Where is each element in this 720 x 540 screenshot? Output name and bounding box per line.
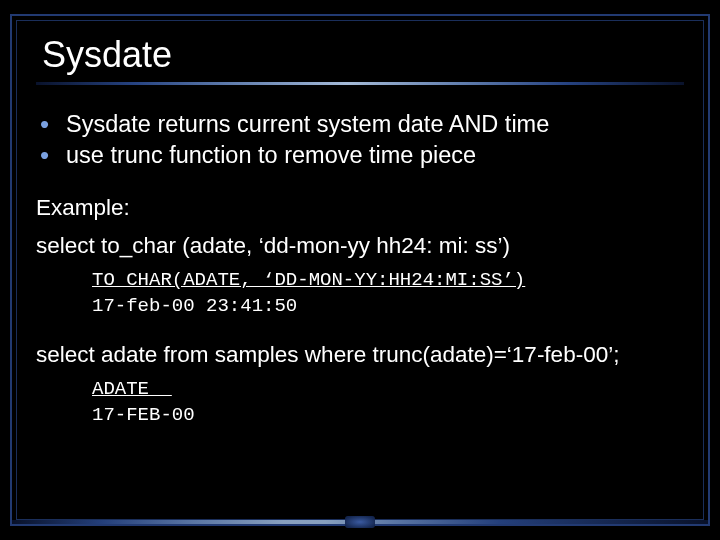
slide: Sysdate Sysdate returns current system d… [0, 0, 720, 540]
bullet-item: Sysdate returns current system date AND … [36, 109, 684, 140]
slide-title: Sysdate [42, 34, 684, 76]
result-header: TO_CHAR(ADATE, ‘DD-MON-YY:HH24:MI:SS’) [92, 269, 525, 291]
result-block-1: TO_CHAR(ADATE, ‘DD-MON-YY:HH24:MI:SS’) 1… [92, 268, 684, 319]
bullet-item: use trunc function to remove time piece [36, 140, 684, 171]
result-block-2: ADATE 17-FEB-00 [92, 377, 684, 428]
bullet-list: Sysdate returns current system date AND … [36, 109, 684, 171]
slide-content: Sysdate Sysdate returns current system d… [36, 34, 684, 500]
result-value: 17-FEB-00 [92, 404, 195, 426]
result-value: 17-feb-00 23:41:50 [92, 295, 297, 317]
query-2: select adate from samples where trunc(ad… [36, 340, 684, 370]
example-sql: select to_char (adate, ‘dd-mon-yy hh24: … [36, 231, 684, 261]
bottom-accent-knob [345, 516, 375, 528]
title-underline [36, 82, 684, 85]
result-header: ADATE [92, 378, 172, 400]
example-label: Example: [36, 193, 684, 223]
